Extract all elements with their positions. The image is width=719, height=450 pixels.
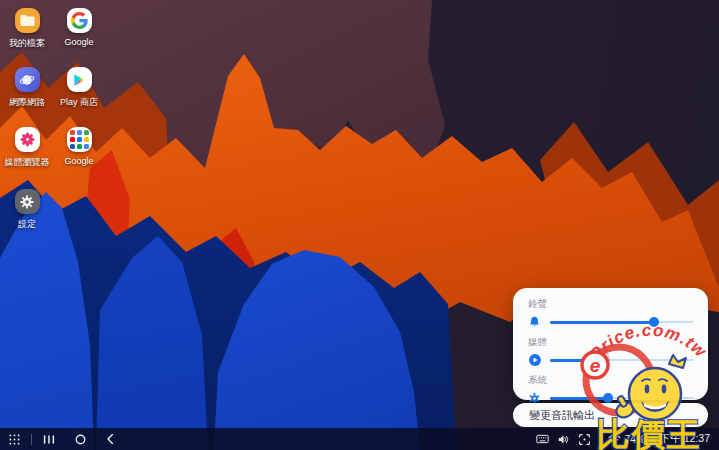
app-label: 我的檔案 [1,37,53,50]
divider [31,434,32,445]
media-slider-label: 媒體 [528,336,694,349]
home-screen: 我的檔案 Google 網際網路 [0,0,719,450]
slider-fill [550,321,654,324]
home-button[interactable] [75,434,86,445]
google-folder-icon [67,127,92,152]
change-audio-output-label: 變更音訊輸出 [529,408,595,423]
app-label: Google [53,37,105,47]
play-store-icon [67,67,92,92]
recents-button[interactable] [43,434,55,445]
slider-fill [550,397,608,400]
ringtone-slider-label: 鈴聲 [528,298,694,311]
media-slider [527,350,694,370]
battery-percent: 74% [625,434,645,445]
clock: 下午 12:37 [660,432,710,446]
keyboard-icon[interactable] [536,434,549,444]
wifi-icon [608,434,621,444]
divider [599,434,600,445]
slider-thumb[interactable] [593,355,603,365]
ringtone-slider [527,312,694,332]
ringtone-slider-track[interactable] [550,315,694,329]
app-google-folder[interactable]: Google [53,127,105,166]
slider-thumb[interactable] [603,393,613,403]
app-label: 網際網路 [1,96,53,109]
back-button[interactable] [106,433,114,445]
app-label: Play 商店 [53,96,105,109]
media-slider-track[interactable] [550,353,694,367]
internet-icon [15,67,40,92]
system-slider-label: 系統 [528,374,694,387]
google-icon [67,8,92,33]
app-play-store[interactable]: Play 商店 [53,67,105,109]
app-label: 設定 [1,218,53,231]
my-files-icon [15,8,40,33]
gallery-icon [15,127,40,152]
app-label: 媒體瀏覽器 [1,156,53,169]
taskbar: 74% 下午 12:37 [0,428,719,450]
bell-icon [527,315,542,329]
app-label: Google [53,156,105,166]
app-my-files[interactable]: 我的檔案 [1,8,53,50]
apps-grid-button[interactable] [9,434,20,445]
settings-icon [15,189,40,214]
status-area[interactable]: 74% 下午 12:37 [608,432,710,446]
change-audio-output-button[interactable]: 變更音訊輸出 [513,403,708,427]
slider-thumb[interactable] [649,317,659,327]
battery-icon [649,433,656,445]
screen-capture-icon[interactable] [578,433,591,446]
volume-panel: 鈴聲 媒體 [513,288,708,400]
volume-icon[interactable] [557,434,570,445]
media-play-icon [527,353,542,367]
app-google[interactable]: Google [53,8,105,47]
app-gallery[interactable]: 媒體瀏覽器 [1,127,53,169]
app-internet[interactable]: 網際網路 [1,67,53,109]
app-settings[interactable]: 設定 [1,189,53,231]
